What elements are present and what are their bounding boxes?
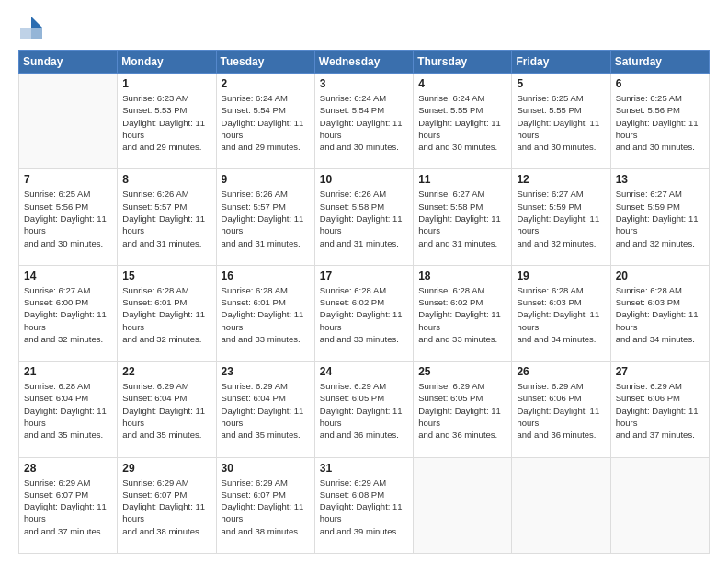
- sunrise-text: Sunrise: 6:23 AM: [122, 92, 210, 104]
- sunset-text: Sunset: 5:55 PM: [517, 104, 605, 116]
- calendar-table: SundayMondayTuesdayWednesdayThursdayFrid…: [18, 50, 710, 554]
- daylight-text-2: and and 34 minutes.: [616, 333, 704, 345]
- daylight-text-1: Daylight: Daylight: 11 hours: [122, 213, 210, 237]
- sunset-text: Sunset: 6:07 PM: [122, 488, 210, 500]
- daylight-text-2: and and 30 minutes.: [24, 237, 112, 249]
- sunset-text: Sunset: 6:03 PM: [517, 296, 605, 308]
- day-number: 3: [320, 77, 408, 90]
- calendar-cell: 8Sunrise: 6:26 AMSunset: 5:57 PMDaylight…: [118, 169, 216, 265]
- daylight-text-1: Daylight: Daylight: 11 hours: [24, 308, 112, 333]
- calendar-cell: 16Sunrise: 6:28 AMSunset: 6:01 PMDayligh…: [216, 265, 314, 361]
- sunset-text: Sunset: 6:08 PM: [320, 488, 408, 500]
- sunset-text: Sunset: 5:59 PM: [616, 201, 704, 213]
- daylight-text-2: and and 31 minutes.: [122, 237, 210, 249]
- logo-icon: [18, 15, 44, 40]
- calendar-cell: 15Sunrise: 6:28 AMSunset: 6:01 PMDayligh…: [118, 265, 216, 361]
- calendar-cell: 4Sunrise: 6:24 AMSunset: 5:55 PMDaylight…: [414, 74, 512, 169]
- daylight-text-1: Daylight: Daylight: 11 hours: [616, 117, 704, 142]
- day-number: 31: [320, 462, 408, 475]
- daylight-text-2: and and 35 minutes.: [122, 429, 210, 441]
- day-number: 21: [24, 365, 112, 378]
- calendar-cell: 14Sunrise: 6:27 AMSunset: 6:00 PMDayligh…: [19, 265, 118, 361]
- svg-marker-2: [20, 28, 31, 39]
- calendar-cell: [512, 457, 610, 553]
- sunset-text: Sunset: 5:55 PM: [418, 104, 506, 116]
- sunrise-text: Sunrise: 6:24 AM: [418, 92, 506, 104]
- sunrise-text: Sunrise: 6:28 AM: [418, 284, 506, 296]
- daylight-text-2: and and 32 minutes.: [616, 237, 704, 249]
- weekday-header-wednesday: Wednesday: [314, 51, 413, 74]
- sunset-text: Sunset: 5:53 PM: [122, 104, 210, 116]
- calendar-week-row: 14Sunrise: 6:27 AMSunset: 6:00 PMDayligh…: [19, 265, 710, 361]
- sunset-text: Sunset: 6:02 PM: [418, 296, 506, 308]
- header: [18, 15, 710, 40]
- day-number: 26: [517, 365, 605, 378]
- calendar-cell: [414, 457, 512, 553]
- sunrise-text: Sunrise: 6:26 AM: [320, 188, 408, 200]
- sunrise-text: Sunrise: 6:28 AM: [517, 284, 605, 296]
- day-number: 23: [222, 365, 310, 378]
- weekday-header-sunday: Sunday: [19, 51, 118, 74]
- sunrise-text: Sunrise: 6:29 AM: [320, 380, 408, 392]
- day-number: 5: [517, 77, 605, 90]
- day-number: 15: [122, 270, 210, 282]
- sunset-text: Sunset: 5:57 PM: [122, 201, 210, 213]
- calendar-cell: 21Sunrise: 6:28 AMSunset: 6:04 PMDayligh…: [19, 362, 118, 457]
- calendar-cell: 24Sunrise: 6:29 AMSunset: 6:05 PMDayligh…: [314, 362, 413, 457]
- weekday-header-tuesday: Tuesday: [216, 51, 314, 74]
- daylight-text-1: Daylight: Daylight: 11 hours: [24, 405, 112, 430]
- day-number: 25: [418, 365, 506, 378]
- calendar-cell: 13Sunrise: 6:27 AMSunset: 5:59 PMDayligh…: [610, 169, 709, 265]
- daylight-text-1: Daylight: Daylight: 11 hours: [320, 308, 408, 333]
- calendar-cell: 12Sunrise: 6:27 AMSunset: 5:59 PMDayligh…: [512, 169, 610, 265]
- sunset-text: Sunset: 6:01 PM: [222, 296, 310, 308]
- sunset-text: Sunset: 6:04 PM: [122, 392, 210, 404]
- sunset-text: Sunset: 6:07 PM: [222, 488, 310, 500]
- sunset-text: Sunset: 6:04 PM: [24, 392, 112, 404]
- daylight-text-1: Daylight: Daylight: 11 hours: [122, 405, 210, 430]
- weekday-header-saturday: Saturday: [610, 51, 709, 74]
- calendar-week-row: 21Sunrise: 6:28 AMSunset: 6:04 PMDayligh…: [19, 362, 710, 457]
- sunrise-text: Sunrise: 6:29 AM: [122, 477, 210, 488]
- day-number: 14: [24, 270, 112, 282]
- daylight-text-2: and and 32 minutes.: [122, 333, 210, 345]
- daylight-text-1: Daylight: Daylight: 11 hours: [222, 117, 310, 142]
- daylight-text-2: and and 30 minutes.: [418, 141, 506, 153]
- calendar-cell: 26Sunrise: 6:29 AMSunset: 6:06 PMDayligh…: [512, 362, 610, 457]
- daylight-text-2: and and 29 minutes.: [222, 141, 310, 153]
- calendar-week-row: 7Sunrise: 6:25 AMSunset: 5:56 PMDaylight…: [19, 169, 710, 265]
- daylight-text-1: Daylight: Daylight: 11 hours: [320, 405, 408, 430]
- daylight-text-1: Daylight: Daylight: 11 hours: [122, 117, 210, 142]
- daylight-text-2: and and 30 minutes.: [517, 141, 605, 153]
- daylight-text-1: Daylight: Daylight: 11 hours: [418, 213, 506, 237]
- calendar-cell: 18Sunrise: 6:28 AMSunset: 6:02 PMDayligh…: [414, 265, 512, 361]
- sunset-text: Sunset: 6:02 PM: [320, 296, 408, 308]
- sunrise-text: Sunrise: 6:29 AM: [320, 477, 408, 488]
- sunrise-text: Sunrise: 6:27 AM: [418, 188, 506, 200]
- sunset-text: Sunset: 5:54 PM: [222, 104, 310, 116]
- daylight-text-1: Daylight: Daylight: 11 hours: [222, 405, 310, 430]
- sunrise-text: Sunrise: 6:27 AM: [517, 188, 605, 200]
- daylight-text-2: and and 38 minutes.: [122, 525, 210, 537]
- daylight-text-1: Daylight: Daylight: 11 hours: [222, 500, 310, 525]
- sunset-text: Sunset: 6:05 PM: [418, 392, 506, 404]
- sunrise-text: Sunrise: 6:26 AM: [122, 188, 210, 200]
- daylight-text-2: and and 34 minutes.: [517, 333, 605, 345]
- sunrise-text: Sunrise: 6:29 AM: [222, 477, 310, 488]
- weekday-header-thursday: Thursday: [414, 51, 512, 74]
- sunrise-text: Sunrise: 6:28 AM: [24, 380, 112, 392]
- daylight-text-2: and and 36 minutes.: [517, 429, 605, 441]
- sunrise-text: Sunrise: 6:24 AM: [320, 92, 408, 104]
- logo: [18, 15, 48, 40]
- daylight-text-2: and and 33 minutes.: [320, 333, 408, 345]
- day-number: 12: [517, 173, 605, 186]
- sunrise-text: Sunrise: 6:24 AM: [222, 92, 310, 104]
- daylight-text-2: and and 31 minutes.: [320, 237, 408, 249]
- daylight-text-1: Daylight: Daylight: 11 hours: [320, 500, 408, 525]
- calendar-cell: 3Sunrise: 6:24 AMSunset: 5:54 PMDaylight…: [314, 74, 413, 169]
- calendar-cell: 20Sunrise: 6:28 AMSunset: 6:03 PMDayligh…: [610, 265, 709, 361]
- calendar-cell: 28Sunrise: 6:29 AMSunset: 6:07 PMDayligh…: [19, 457, 118, 553]
- day-number: 4: [418, 77, 506, 90]
- calendar-week-row: 28Sunrise: 6:29 AMSunset: 6:07 PMDayligh…: [19, 457, 710, 553]
- sunrise-text: Sunrise: 6:25 AM: [517, 92, 605, 104]
